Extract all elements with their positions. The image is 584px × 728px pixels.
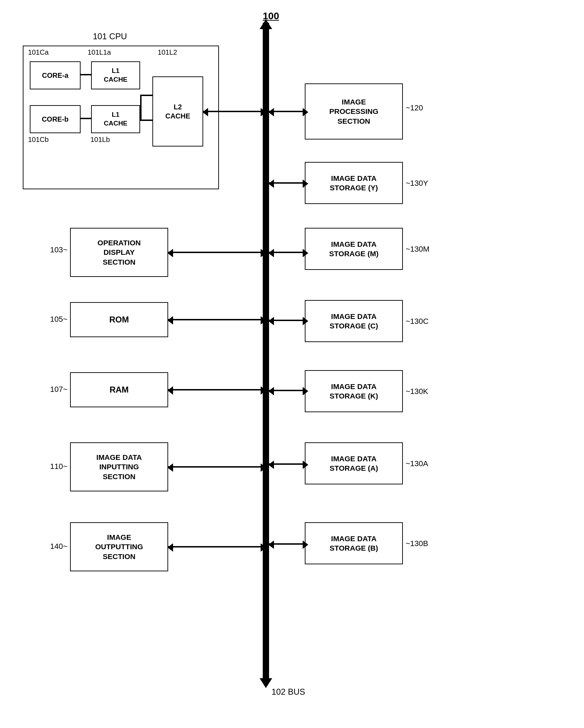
- image-data-storage-k-box: IMAGE DATASTORAGE (K): [305, 370, 403, 412]
- cpu-label: 101 CPU: [93, 32, 127, 41]
- ref-103: 103~: [50, 245, 68, 254]
- ref-101cb: 101Cb: [28, 136, 49, 144]
- connector-core-b-l1b: [81, 118, 92, 119]
- arrow-a-right: [303, 461, 308, 469]
- image-data-storage-a-box: IMAGE DATASTORAGE (A): [305, 442, 403, 484]
- image-data-inputting-box: IMAGE DATAINPUTTINGSECTION: [70, 442, 168, 491]
- arrow-outputting-left: [167, 543, 173, 552]
- ref-130k: ~130K: [406, 387, 428, 396]
- image-data-storage-b-box: IMAGE DATASTORAGE (B): [305, 522, 403, 564]
- ref-110: 110~: [50, 462, 68, 471]
- ref-101l2: 101L2: [158, 48, 177, 56]
- connector-bus-ram: [168, 389, 263, 390]
- ref-130a: ~130A: [406, 459, 428, 468]
- ref-101l1a: 101L1a: [88, 48, 111, 56]
- arrow-k-left: [268, 387, 274, 395]
- connector-bus-y: [269, 182, 305, 184]
- connector-bus-k: [269, 390, 305, 391]
- ref-105: 105~: [50, 315, 68, 324]
- operation-display-box: OPERATIONDISPLAYSECTION: [70, 228, 168, 277]
- arrow-rom-left: [167, 316, 173, 325]
- ref-101ca: 101Ca: [28, 48, 49, 56]
- connector-bus-a: [269, 463, 305, 465]
- arrow-l2-right: [261, 108, 266, 116]
- ref-130b: ~130B: [406, 539, 428, 548]
- image-outputting-box: IMAGEOUTPUTTINGSECTION: [70, 522, 168, 571]
- arrow-inputting-left: [167, 463, 173, 472]
- connector-l2-bus: [203, 111, 263, 112]
- connector-l1b-l2: [140, 120, 153, 121]
- l2-cache-box: L2CACHE: [152, 76, 203, 147]
- arrow-b-left: [268, 540, 274, 549]
- arrow-imgproc-left: [268, 108, 274, 116]
- connector-bus-imgproc: [269, 111, 305, 112]
- arrow-opdisp-right: [261, 249, 266, 257]
- arrow-y-right: [303, 179, 308, 188]
- image-data-storage-m-box: IMAGE DATASTORAGE (M): [305, 228, 403, 270]
- arrow-rom-right: [261, 316, 266, 325]
- arrow-k-right: [303, 387, 308, 395]
- ref-130m: ~130M: [406, 245, 430, 254]
- arrow-m-left: [268, 249, 274, 257]
- bus-arrow-up: [260, 19, 272, 29]
- connector-core-a-l1a: [81, 74, 92, 75]
- connector-l1a-l2: [140, 95, 153, 96]
- image-processing-box: IMAGEPROCESSINGSECTION: [305, 83, 403, 140]
- arrow-y-left: [268, 179, 274, 188]
- arrow-m-right: [303, 249, 308, 257]
- arrow-imgproc-right: [303, 108, 308, 116]
- arrow-l2-left: [202, 108, 208, 116]
- ref-140: 140~: [50, 542, 68, 551]
- arrow-ram-left: [167, 386, 173, 395]
- arrow-inputting-right: [261, 463, 266, 472]
- connector-bus-b: [269, 543, 305, 545]
- l1-cache-b-box: L1CACHE: [91, 105, 140, 133]
- image-data-storage-c-box: IMAGE DATASTORAGE (C): [305, 300, 403, 342]
- arrow-ram-right: [261, 386, 266, 395]
- connector-bus-outputting: [168, 546, 263, 547]
- ram-box: RAM: [70, 372, 168, 407]
- bus-label: 102 BUS: [272, 687, 305, 697]
- bus-arrow-down: [260, 678, 272, 688]
- ref-101lb: 101Lb: [90, 136, 110, 144]
- connector-bus-m: [269, 252, 305, 253]
- arrow-c-right: [303, 317, 308, 325]
- arrow-c-left: [268, 317, 274, 325]
- bus-line: [263, 23, 269, 678]
- ref-130c: ~130C: [406, 317, 428, 326]
- connector-bus-opdisp: [168, 252, 263, 253]
- ref-120: ~120: [406, 103, 423, 113]
- image-data-storage-y-box: IMAGE DATASTORAGE (Y): [305, 162, 403, 204]
- l1-cache-a-box: L1CACHE: [91, 61, 140, 89]
- connector-bus-c: [269, 320, 305, 321]
- ref-130y: ~130Y: [406, 179, 428, 188]
- connector-bus-rom: [168, 319, 263, 320]
- arrow-a-left: [268, 461, 274, 469]
- ref-107: 107~: [50, 385, 68, 394]
- arrow-b-right: [303, 540, 308, 549]
- arrow-opdisp-left: [167, 249, 173, 257]
- bracket-vertical: [140, 95, 142, 121]
- rom-box: ROM: [70, 302, 168, 337]
- core-b-box: CORE-b: [30, 105, 81, 133]
- core-a-box: CORE-a: [30, 61, 81, 89]
- connector-bus-inputting: [168, 466, 263, 468]
- arrow-outputting-right: [261, 543, 266, 552]
